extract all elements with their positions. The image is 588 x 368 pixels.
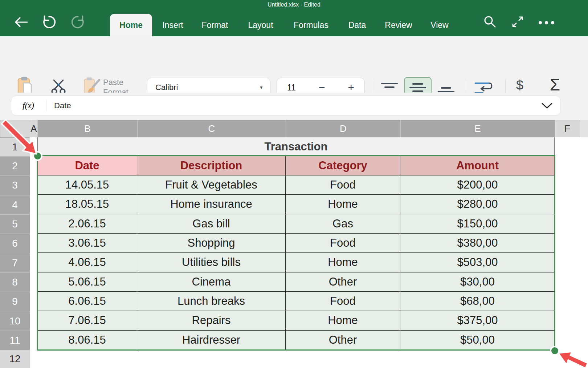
- row-header-5[interactable]: 5: [0, 214, 30, 234]
- tab-home[interactable]: Home: [110, 14, 152, 36]
- cell-c9[interactable]: Lunch breaks: [137, 292, 286, 311]
- column-header-d[interactable]: D: [286, 120, 400, 137]
- align-bottom-icon: [438, 83, 454, 92]
- cell-d4[interactable]: Home: [286, 195, 400, 214]
- header-cell-category[interactable]: Category: [286, 156, 400, 175]
- more-options-icon[interactable]: [539, 21, 554, 24]
- top-bar: Untitled.xlsx - Edited Home Insert Forma…: [0, 0, 588, 36]
- tab-format[interactable]: Format: [197, 14, 232, 36]
- row-header-1[interactable]: 1: [0, 137, 30, 156]
- title-cell[interactable]: Transaction: [37, 137, 555, 156]
- cell-d7[interactable]: Home: [286, 253, 400, 272]
- cell-d8[interactable]: Other: [286, 272, 400, 292]
- selection-handle-top-left[interactable]: [33, 151, 42, 161]
- font-size-value: 11: [287, 83, 296, 93]
- fullscreen-icon[interactable]: [510, 15, 525, 29]
- expand-formula-bar-icon[interactable]: [542, 103, 552, 109]
- row-header-11[interactable]: 11: [0, 331, 30, 350]
- transaction-table: Date Description Category Amount 14.05.1…: [37, 156, 555, 350]
- increase-font-icon[interactable]: +: [348, 81, 354, 94]
- fx-icon: f(x): [16, 96, 40, 115]
- align-top-icon: [381, 83, 398, 92]
- cell-d6[interactable]: Food: [286, 234, 400, 253]
- row-header-9[interactable]: 9: [0, 292, 30, 311]
- redo-icon: [70, 14, 86, 31]
- search-icon[interactable]: [483, 15, 497, 29]
- cell-b10[interactable]: 7.06.15: [37, 311, 137, 330]
- decrease-font-icon[interactable]: −: [319, 81, 325, 94]
- back-icon[interactable]: [14, 17, 28, 28]
- cell-d3[interactable]: Food: [286, 175, 400, 195]
- selection-handle-bottom-right[interactable]: [550, 346, 560, 356]
- formula-bar-value: Date: [54, 96, 71, 115]
- currency-format-button[interactable]: $: [509, 78, 531, 93]
- cell-d5[interactable]: Gas: [286, 214, 400, 234]
- excel-app: Untitled.xlsx - Edited Home Insert Forma…: [0, 0, 588, 368]
- cell-e9[interactable]: $68,00: [400, 292, 555, 311]
- cell-b5[interactable]: 2.06.15: [37, 214, 137, 234]
- header-cell-date[interactable]: Date: [37, 156, 137, 175]
- formula-bar-strip: f(x) Date: [0, 93, 588, 120]
- cell-e8[interactable]: $30,00: [400, 272, 555, 292]
- ribbon: Paste ▼ Paste Format: [0, 36, 588, 93]
- cell-c11[interactable]: Hairdresser: [137, 331, 286, 350]
- row-header-3[interactable]: 3: [0, 175, 30, 195]
- select-all-corner[interactable]: [0, 120, 30, 137]
- cell-b11[interactable]: 8.06.15: [37, 331, 137, 350]
- row-header-10[interactable]: 10: [0, 311, 30, 330]
- cell-e7[interactable]: $503,00: [400, 253, 555, 272]
- column-header-partial[interactable]: [580, 120, 588, 137]
- cell-b6[interactable]: 3.06.15: [37, 234, 137, 253]
- undo-icon[interactable]: [41, 14, 57, 31]
- tab-view[interactable]: View: [426, 14, 453, 36]
- tab-formulas[interactable]: Formulas: [289, 14, 334, 36]
- font-dropdown-icon: ▼: [259, 85, 264, 90]
- cell-c8[interactable]: Cinema: [137, 272, 286, 292]
- tab-layout[interactable]: Layout: [244, 14, 278, 36]
- cell-d10[interactable]: Home: [286, 311, 400, 330]
- row-header-4[interactable]: 4: [0, 195, 30, 214]
- column-header-f[interactable]: F: [555, 120, 580, 137]
- column-header-b[interactable]: B: [37, 120, 137, 137]
- row-header-8[interactable]: 8: [0, 272, 30, 292]
- document-title: Untitled.xlsx - Edited: [0, 1, 588, 8]
- tab-insert[interactable]: Insert: [158, 14, 187, 36]
- row-header-6[interactable]: 6: [0, 234, 30, 253]
- cell-e11[interactable]: $50,00: [400, 331, 555, 350]
- cell-c3[interactable]: Fruit & Vegetables: [137, 175, 286, 195]
- cell-b8[interactable]: 5.06.15: [37, 272, 137, 292]
- cell-c4[interactable]: Home insurance: [137, 195, 286, 214]
- cell-c10[interactable]: Repairs: [137, 311, 286, 330]
- tab-data[interactable]: Data: [344, 14, 370, 36]
- spreadsheet-grid: A B C D E F 1 2 3 4 5 6 7 8 9 10 11 12 T…: [0, 120, 588, 368]
- header-cell-amount[interactable]: Amount: [400, 156, 555, 175]
- header-cell-description[interactable]: Description: [137, 156, 286, 175]
- cell-b3[interactable]: 14.05.15: [37, 175, 137, 195]
- row-header-7[interactable]: 7: [0, 253, 30, 272]
- column-header-c[interactable]: C: [137, 120, 286, 137]
- divider: [46, 100, 46, 111]
- cell-e3[interactable]: $200,00: [400, 175, 555, 195]
- row-header-12[interactable]: 12: [0, 350, 30, 368]
- formula-bar[interactable]: f(x) Date: [11, 96, 561, 116]
- row-header-2[interactable]: 2: [0, 156, 30, 175]
- align-middle-icon: [409, 83, 426, 92]
- cell-b9[interactable]: 6.06.15: [37, 292, 137, 311]
- cell-c5[interactable]: Gas bill: [137, 214, 286, 234]
- cell-b7[interactable]: 4.06.15: [37, 253, 137, 272]
- cell-d11[interactable]: Other: [286, 331, 400, 350]
- cell-e10[interactable]: $375,00: [400, 311, 555, 330]
- column-headers: A B C D E F: [0, 120, 588, 137]
- tab-review[interactable]: Review: [381, 14, 416, 36]
- column-header-a[interactable]: A: [30, 120, 37, 137]
- cell-c7[interactable]: Utilities bills: [137, 253, 286, 272]
- cell-c6[interactable]: Shopping: [137, 234, 286, 253]
- cell-e4[interactable]: $280,00: [400, 195, 555, 214]
- cell-d9[interactable]: Food: [286, 292, 400, 311]
- font-name-value: Calibri: [155, 83, 178, 92]
- cell-e5[interactable]: $150,00: [400, 214, 555, 234]
- column-header-e[interactable]: E: [400, 120, 555, 137]
- autosum-icon[interactable]: Σ: [542, 75, 568, 94]
- cell-b4[interactable]: 18.05.15: [37, 195, 137, 214]
- cell-e6[interactable]: $380,00: [400, 234, 555, 253]
